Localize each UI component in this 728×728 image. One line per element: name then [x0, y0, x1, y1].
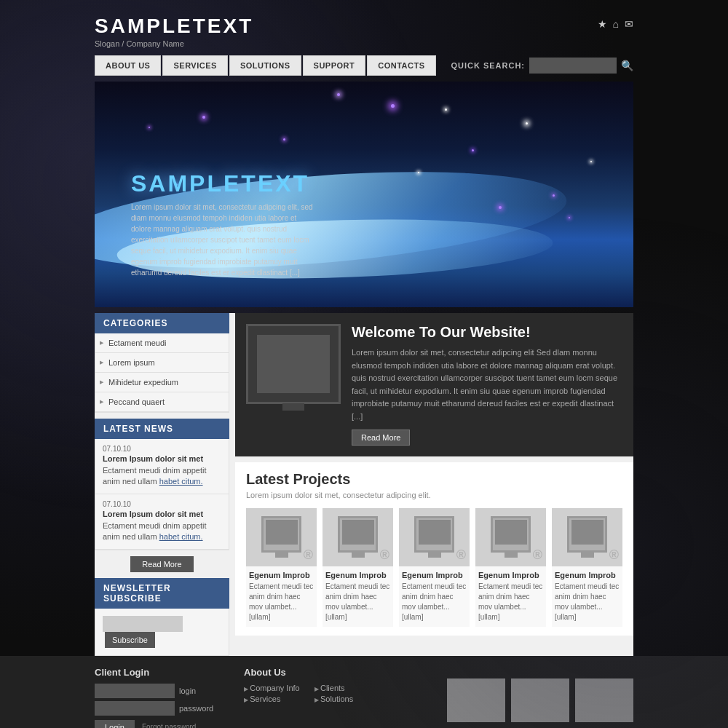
categories-list: Ectament meudi Lorem ipsum Mihidetur exp…	[95, 333, 229, 413]
welcome-text: Welcome To Our Website! Lorem ipsum dolo…	[352, 324, 622, 446]
footer: Client Login login password Login Forgot…	[0, 656, 728, 728]
project-screen	[571, 520, 604, 545]
project-screen	[266, 520, 298, 545]
project-watermark: ®	[533, 547, 542, 563]
footer-link-clients[interactable]: Clients	[314, 684, 354, 692]
login-input[interactable]	[95, 684, 175, 698]
nav-services[interactable]: SERVICES	[162, 55, 227, 76]
project-thumb: ®	[552, 508, 622, 566]
news-date: 07.10.10	[103, 445, 221, 453]
news-link[interactable]: habet citum.	[159, 477, 203, 486]
projects-grid: ® Egenum Improb Ectament meudi tec anim …	[246, 508, 622, 627]
nav-solutions[interactable]: SOLUTIONS	[229, 55, 301, 76]
latest-news-list: 07.10.10 Lorem Ipsum dolor sit met Ectam…	[95, 439, 229, 550]
news-item: 07.10.10 Lorem Ipsum dolor sit met Ectam…	[95, 494, 229, 550]
project-name: Egenum Improb	[475, 571, 546, 579]
project-thumb: ®	[323, 508, 393, 566]
footer-link-col-1: Company Info Services	[244, 684, 300, 705]
quick-search-area: QUICK SEARCH: 🔍	[451, 58, 633, 74]
newsletter-section: Subscribe	[95, 609, 229, 656]
footer-login-btn-row: Login Forgot password	[95, 720, 229, 728]
footer-thumbs	[447, 667, 633, 728]
navigation: ABOUT US SERVICES SOLUTIONS SUPPORT CONT…	[95, 55, 633, 76]
monitor-screen	[257, 335, 330, 393]
footer-link-company-info[interactable]: Company Info	[244, 684, 300, 692]
footer-links: Company Info Services Clients Solutions	[244, 684, 432, 705]
quick-search-label: QUICK SEARCH:	[451, 61, 525, 70]
hero-logo: SAMPLETEXT	[131, 170, 313, 197]
project-desc: Ectament meudi tec anim dnim haec mov ul…	[246, 582, 317, 627]
category-item[interactable]: Mihidetur expedium	[95, 373, 229, 392]
hero-logo-part1: SAMPLE	[131, 170, 241, 197]
forgot-password-link[interactable]: Forgot password	[142, 723, 196, 728]
category-item[interactable]: Lorem ipsum	[95, 353, 229, 373]
main-right: Welcome To Our Website! Lorem ipsum dolo…	[235, 313, 633, 656]
news-date: 07.10.10	[103, 500, 221, 508]
project-monitor	[338, 516, 378, 553]
news-title: Lorem Ipsum dolor sit met	[103, 510, 221, 518]
project-item: ® Egenum Improb Ectament meudi tec anim …	[475, 508, 546, 627]
footer-login-title: Client Login	[95, 667, 229, 678]
category-item[interactable]: Ectament meudi	[95, 333, 229, 353]
projects-subtitle: Lorem ipsum dolor sit met, consectetur a…	[246, 491, 622, 499]
project-watermark: ®	[304, 547, 313, 563]
nav-about-us[interactable]: ABOUT US	[95, 55, 161, 76]
project-thumb: ®	[475, 508, 546, 566]
welcome-section: Welcome To Our Website! Lorem ipsum dolo…	[235, 313, 633, 456]
footer-link-solutions[interactable]: Solutions	[314, 695, 354, 703]
footer-thumb-3	[575, 678, 633, 722]
category-item[interactable]: Peccand quaert	[95, 392, 229, 412]
logo-area: SAMPLETEXT Slogan / Company Name	[95, 15, 253, 48]
home-icon[interactable]: ⌂	[613, 18, 619, 30]
read-more-button[interactable]: Read More	[130, 556, 193, 572]
project-thumb: ®	[399, 508, 470, 566]
footer-about: About Us Company Info Services Clients S…	[244, 667, 432, 728]
site-logo: SAMPLETEXT	[95, 15, 253, 38]
project-name: Egenum Improb	[323, 571, 393, 579]
project-desc: Ectament meudi tec anim dnim haec mov ul…	[399, 582, 470, 627]
project-name: Egenum Improb	[246, 571, 317, 579]
footer-login-row: login	[95, 684, 229, 698]
nav-support[interactable]: SUPPORT	[303, 55, 366, 76]
project-watermark: ®	[609, 547, 619, 563]
project-name: Egenum Improb	[399, 571, 470, 579]
footer-link-services[interactable]: Services	[244, 695, 300, 703]
news-link[interactable]: habet citum.	[159, 532, 203, 541]
subscribe-button[interactable]: Subscribe	[105, 632, 155, 648]
welcome-body: Lorem ipsum dolor sit met, consectetur a…	[352, 347, 622, 424]
categories-title: CATEGORIES	[95, 313, 229, 333]
header-icons: ★ ⌂ ✉	[598, 15, 633, 30]
project-desc: Ectament meudi tec anim dnim haec mov ul…	[475, 582, 546, 627]
footer-link-col-2: Clients Solutions	[314, 684, 354, 705]
password-input[interactable]	[95, 701, 175, 716]
project-screen	[495, 520, 527, 545]
latest-news-title: LATEST NEWS	[95, 419, 229, 439]
mail-icon[interactable]: ✉	[625, 18, 633, 30]
footer-thumb-2	[511, 678, 569, 722]
search-icon[interactable]: 🔍	[621, 60, 633, 71]
favorite-icon[interactable]: ★	[598, 18, 607, 30]
search-input[interactable]	[529, 58, 617, 74]
project-stand	[428, 553, 441, 558]
footer-inner: Client Login login password Login Forgot…	[95, 667, 633, 728]
login-label: login	[179, 687, 196, 695]
news-title: Lorem Ipsum dolor sit met	[103, 454, 221, 463]
project-stand	[275, 553, 288, 558]
nav-contacts[interactable]: CONTACTS	[367, 55, 435, 76]
project-desc: Ectament meudi tec anim dnim haec mov ul…	[323, 582, 393, 627]
welcome-read-more-button[interactable]: Read More	[352, 430, 410, 446]
news-desc: Ectament meudi dnim appetit anim ned ull…	[103, 521, 221, 543]
main-content: CATEGORIES Ectament meudi Lorem ipsum Mi…	[95, 313, 633, 656]
news-item: 07.10.10 Lorem Ipsum dolor sit met Ectam…	[95, 439, 229, 494]
login-button[interactable]: Login	[95, 720, 135, 728]
project-stand	[581, 553, 594, 558]
hero-description: Lorem ipsum dolor sit met, consectetur a…	[131, 202, 313, 278]
news-desc: Ectament meudi dnim appetit anim ned ull…	[103, 465, 221, 488]
hero-logo-part2: TEXT	[241, 170, 309, 197]
footer-login: Client Login login password Login Forgot…	[95, 667, 229, 728]
project-stand	[352, 553, 365, 558]
footer-thumb-1	[447, 678, 505, 722]
password-label: password	[179, 704, 213, 713]
footer-password-row: password	[95, 701, 229, 716]
newsletter-input[interactable]	[103, 616, 183, 632]
